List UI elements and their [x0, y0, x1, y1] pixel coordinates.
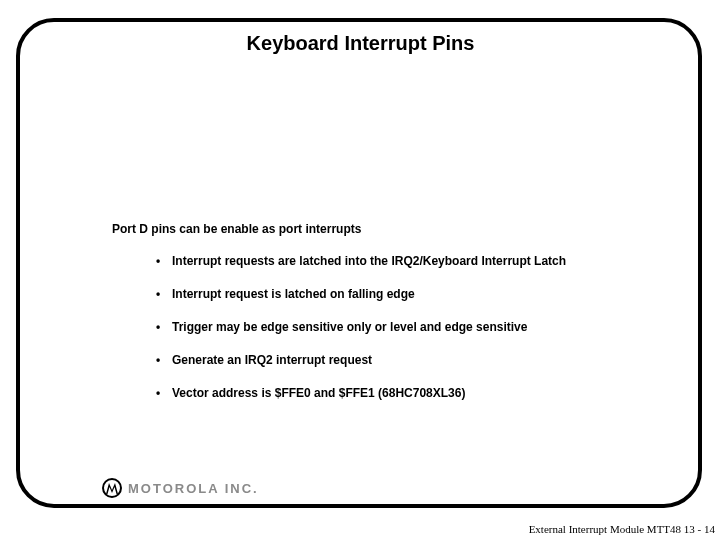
bullet-icon: •	[156, 320, 172, 335]
list-item: •Interrupt requests are latched into the…	[156, 254, 672, 269]
bullet-list: •Interrupt requests are latched into the…	[112, 254, 672, 401]
slide-footer: External Interrupt Module MTT48 13 - 14	[529, 523, 715, 535]
content-heading: Port D pins can be enable as port interr…	[112, 222, 672, 236]
bullet-text: Vector address is $FFE0 and $FFE1 (68HC7…	[172, 386, 465, 400]
bullet-icon: •	[156, 353, 172, 368]
slide-content: Port D pins can be enable as port interr…	[112, 222, 672, 419]
list-item: •Generate an IRQ2 interrupt request	[156, 353, 672, 368]
bullet-text: Interrupt requests are latched into the …	[172, 254, 566, 268]
bullet-text: Trigger may be edge sensitive only or le…	[172, 320, 527, 334]
slide-page: Keyboard Interrupt Pins Port D pins can …	[0, 0, 721, 541]
bullet-icon: •	[156, 386, 172, 401]
list-item: •Vector address is $FFE0 and $FFE1 (68HC…	[156, 386, 672, 401]
bullet-text: Generate an IRQ2 interrupt request	[172, 353, 372, 367]
bullet-icon: •	[156, 254, 172, 269]
bullet-text: Interrupt request is latched on falling …	[172, 287, 415, 301]
motorola-logo-text: MOTOROLA INC.	[128, 481, 259, 496]
list-item: •Trigger may be edge sensitive only or l…	[156, 320, 672, 335]
motorola-m-icon	[102, 478, 122, 498]
motorola-logo: MOTOROLA INC.	[102, 478, 259, 498]
list-item: •Interrupt request is latched on falling…	[156, 287, 672, 302]
bullet-icon: •	[156, 287, 172, 302]
slide-title: Keyboard Interrupt Pins	[0, 32, 721, 55]
